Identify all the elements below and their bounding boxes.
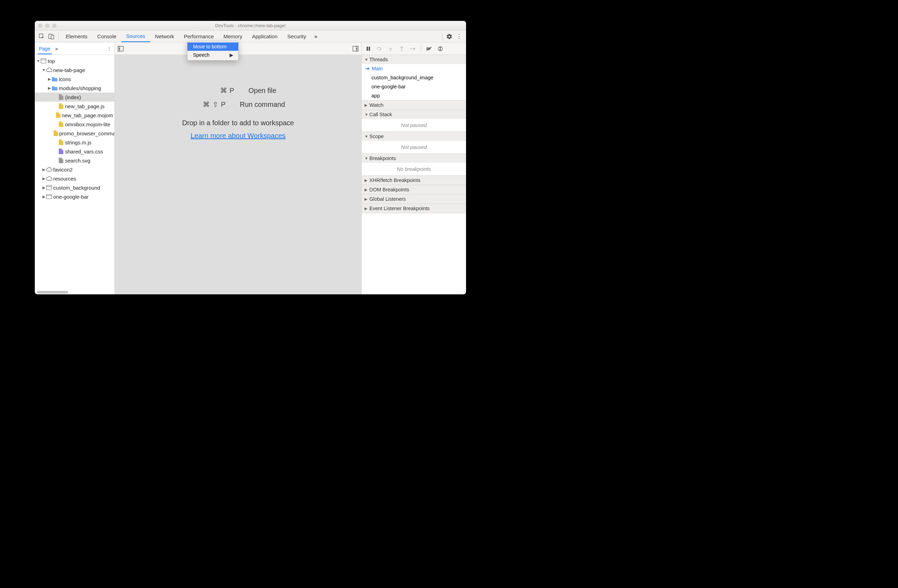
tree-item-one-google-bar[interactable]: ▶one-google-bar bbox=[35, 192, 114, 201]
step-over-icon[interactable] bbox=[375, 44, 384, 53]
editor-pane: ⌘ P Open file ⌘ ⇧ P Run command Drop in … bbox=[115, 42, 362, 294]
svg-rect-22 bbox=[441, 48, 442, 50]
tree-item-shared-vars-css[interactable]: shared_vars.css bbox=[35, 147, 114, 156]
tree-item-resources[interactable]: ▶resources bbox=[35, 174, 114, 183]
section-header-global[interactable]: ▶Global Listeners bbox=[362, 194, 466, 203]
tab-performance[interactable]: Performance bbox=[179, 31, 219, 42]
pause-on-exceptions-icon[interactable] bbox=[436, 44, 445, 53]
section-header-dom[interactable]: ▶DOM Breakpoints bbox=[362, 185, 466, 194]
shortcut-label: Run command bbox=[240, 100, 285, 109]
tree-item-omnibox-mojom-lite[interactable]: omnibox.mojom-lite bbox=[35, 120, 114, 129]
svg-point-15 bbox=[379, 49, 380, 51]
tab-memory[interactable]: Memory bbox=[219, 31, 247, 42]
debugger-pane: ▼Threads➔Maincustom_background_imageone-… bbox=[362, 42, 466, 294]
workspaces-learn-more-link[interactable]: Learn more about Workspaces bbox=[191, 132, 286, 140]
context-menu-item-speech[interactable]: Speech ▶ bbox=[188, 51, 238, 59]
separator bbox=[421, 45, 421, 52]
device-toggle-icon[interactable] bbox=[47, 32, 56, 42]
disclosure-triangle-icon[interactable]: ▶ bbox=[42, 176, 46, 181]
tree-item-strings-m-js[interactable]: strings.m.js bbox=[35, 138, 114, 147]
current-thread-arrow-icon: ➔ bbox=[365, 66, 370, 71]
disclosure-triangle-icon[interactable]: ▶ bbox=[47, 86, 51, 91]
disclosure-triangle-icon[interactable]: ▶ bbox=[42, 185, 46, 190]
tab-sources[interactable]: Sources bbox=[121, 31, 150, 42]
tree-item-label: search.svg bbox=[65, 158, 91, 163]
tree-item-new-tab-page[interactable]: ▼new-tab-page bbox=[35, 65, 114, 74]
disclosure-triangle-icon[interactable]: ▶ bbox=[42, 194, 46, 199]
section-header-event[interactable]: ▶Event Listener Breakpoints bbox=[362, 204, 466, 213]
pause-icon[interactable] bbox=[364, 44, 373, 53]
editor-empty-state: ⌘ P Open file ⌘ ⇧ P Run command Drop in … bbox=[115, 55, 361, 294]
thread-item-custom-background-image[interactable]: custom_background_image bbox=[362, 73, 466, 82]
disclosure-triangle-icon: ▶ bbox=[364, 103, 369, 108]
section-header-xhr[interactable]: ▶XHR/fetch Breakpoints bbox=[362, 176, 466, 185]
section-label: Scope bbox=[369, 134, 384, 139]
tree-item-label: icons bbox=[59, 76, 71, 82]
tree-item-custom-background[interactable]: ▶custom_background bbox=[35, 183, 114, 192]
thread-item-app[interactable]: app bbox=[362, 91, 466, 100]
tab-security[interactable]: Security bbox=[282, 31, 311, 42]
step-out-icon[interactable] bbox=[397, 44, 406, 53]
tab-console[interactable]: Console bbox=[92, 31, 121, 42]
separator bbox=[58, 33, 59, 40]
section-header-callstack[interactable]: ▼Call Stack bbox=[362, 110, 466, 119]
svg-rect-13 bbox=[367, 47, 368, 51]
tree-item--index-[interactable]: (index) bbox=[35, 92, 114, 102]
tree-item-label: shared_vars.css bbox=[65, 149, 103, 154]
section-header-threads[interactable]: ▼Threads bbox=[362, 55, 466, 64]
workspace-drop-hint: Drop in a folder to add to workspace bbox=[182, 119, 294, 127]
kebab-menu-icon[interactable]: ⋮ bbox=[454, 32, 464, 42]
tree-item-icons[interactable]: ▶icons bbox=[35, 74, 114, 83]
disclosure-triangle-icon[interactable]: ▼ bbox=[36, 59, 40, 63]
context-menu-item-move-to-bottom[interactable]: Move to bottom bbox=[188, 42, 238, 51]
tree-item-search-svg[interactable]: search.svg bbox=[35, 156, 114, 165]
tab-application[interactable]: Application bbox=[247, 31, 282, 42]
frame-icon bbox=[46, 194, 52, 199]
tree-item-label: new-tab-page bbox=[53, 67, 85, 73]
step-icon[interactable] bbox=[408, 44, 417, 53]
tree-item-new-tab-page-mojom[interactable]: new_tab_page.mojom bbox=[35, 111, 114, 120]
tree-item-modules-shopping[interactable]: ▶modules/shopping bbox=[35, 83, 114, 92]
tree-item-new-tab-page-js[interactable]: new_tab_page.js bbox=[35, 102, 114, 111]
section-header-breakpoints[interactable]: ▼Breakpoints bbox=[362, 154, 466, 163]
svg-rect-21 bbox=[438, 48, 440, 50]
tree-item-favicon2[interactable]: ▶favicon2 bbox=[35, 165, 114, 174]
tab-elements[interactable]: Elements bbox=[61, 31, 92, 42]
more-tabs-icon[interactable]: » bbox=[311, 32, 321, 42]
section-label: Watch bbox=[369, 102, 384, 108]
thread-item-one-google-bar[interactable]: one-google-bar bbox=[362, 82, 466, 91]
show-debugger-icon[interactable] bbox=[352, 46, 358, 52]
titlebar: DevTools - chrome://new-tab-page/ bbox=[35, 21, 466, 31]
inspect-icon[interactable] bbox=[37, 32, 47, 42]
navigator-menu-icon[interactable]: ⋮ bbox=[107, 46, 112, 51]
doc-yellow-icon bbox=[54, 131, 58, 136]
tree-item-label: promo_browser_command bbox=[59, 131, 114, 136]
doc-purple-icon bbox=[58, 149, 64, 154]
svg-rect-14 bbox=[369, 47, 370, 51]
navigator-header: Page » ⋮ bbox=[35, 42, 114, 55]
deactivate-breakpoints-icon[interactable] bbox=[424, 44, 434, 53]
tree-item-promo-browser-command[interactable]: promo_browser_command bbox=[35, 129, 114, 138]
navigator-more-tabs-icon[interactable]: » bbox=[55, 46, 58, 51]
tree-item-top[interactable]: ▼top bbox=[35, 56, 114, 65]
disclosure-triangle-icon[interactable]: ▶ bbox=[47, 77, 51, 82]
section-header-scope[interactable]: ▼Scope bbox=[362, 132, 466, 141]
settings-icon[interactable] bbox=[444, 32, 454, 42]
disclosure-triangle-icon[interactable]: ▶ bbox=[42, 167, 46, 172]
step-into-icon[interactable] bbox=[386, 44, 395, 53]
show-navigator-icon[interactable] bbox=[118, 46, 124, 52]
thread-label: custom_background_image bbox=[371, 75, 434, 80]
debugger-toolbar bbox=[362, 42, 466, 55]
cloud-icon bbox=[46, 176, 52, 181]
navigator-pane: Page » ⋮ ▼top▼new-tab-page▶icons▶modules… bbox=[35, 42, 115, 294]
thread-item-main[interactable]: ➔Main bbox=[362, 64, 466, 73]
disclosure-triangle-icon: ▶ bbox=[364, 178, 369, 183]
tree-item-label: strings.m.js bbox=[65, 140, 91, 145]
tab-network[interactable]: Network bbox=[150, 31, 179, 42]
disclosure-triangle-icon[interactable]: ▼ bbox=[42, 68, 46, 72]
frame-icon bbox=[40, 58, 47, 63]
section-label: XHR/fetch Breakpoints bbox=[369, 177, 420, 183]
section-header-watch[interactable]: ▶Watch bbox=[362, 100, 466, 109]
horizontal-scrollbar[interactable] bbox=[35, 290, 114, 294]
navigator-tab-page[interactable]: Page bbox=[38, 43, 52, 54]
